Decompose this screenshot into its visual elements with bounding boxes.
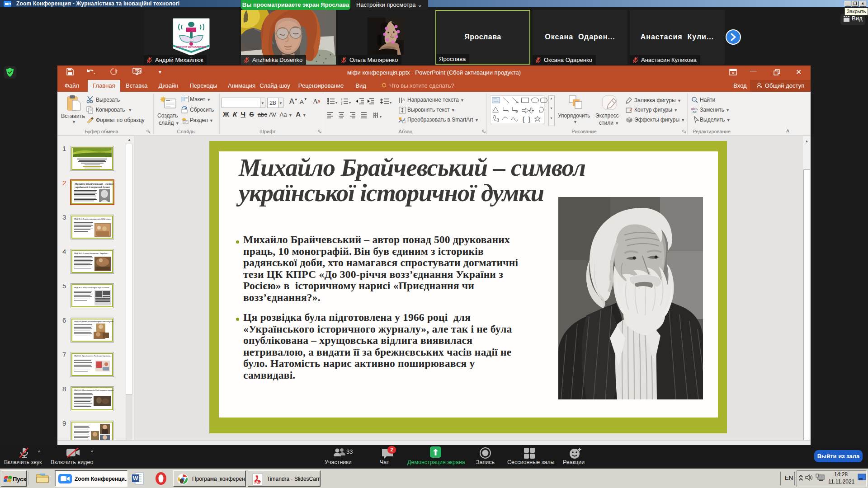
svg-text:▾: ▾ — [380, 115, 382, 119]
svg-text:PDF: PDF — [255, 481, 261, 484]
svg-text:Міф № 6. Приєднання до Росії о: Міф № 6. Приєднання до Росії означало пр… — [74, 389, 113, 391]
svg-text:ІНСТИТУТ ЖУРНАЛІСТИКИ: ІНСТИТУТ ЖУРНАЛІСТИКИ — [176, 46, 206, 48]
svg-text:Міф №3. Київський нарис був ос: Міф №3. Київський нарис був основою... — [74, 286, 111, 289]
svg-text:ac: ac — [693, 110, 696, 113]
svg-text:Міф №1. Переяславська рада 165: Міф №1. Переяславська рада 1654 року... — [74, 218, 111, 220]
svg-text:▾: ▾ — [335, 101, 337, 105]
svg-text:української історичної думки: української історичної думки — [74, 186, 110, 188]
svg-text:Міф №4 Проти учасників Переясл: Міф №4 Проти учасників Переяславської ра… — [74, 320, 113, 323]
svg-text:А: А — [313, 98, 318, 105]
svg-text:A: A — [402, 98, 405, 102]
svg-text:W: W — [133, 475, 138, 482]
svg-text:Міф №2. З «возз'єднанням» Укра: Міф №2. З «возз'єднанням» України... — [74, 252, 108, 254]
svg-text:Міф №5. Приєднане до Російсько: Міф №5. Приєднане до Російської держави.… — [74, 355, 112, 357]
svg-text:{: { — [522, 116, 524, 123]
svg-text:3: 3 — [341, 103, 342, 105]
svg-text:Михайло Брайчевський – символ: Михайло Брайчевський – символ — [74, 183, 113, 185]
svg-text:▾: ▾ — [349, 101, 351, 105]
svg-text:}: } — [528, 116, 530, 123]
svg-text:▾: ▾ — [390, 101, 392, 105]
